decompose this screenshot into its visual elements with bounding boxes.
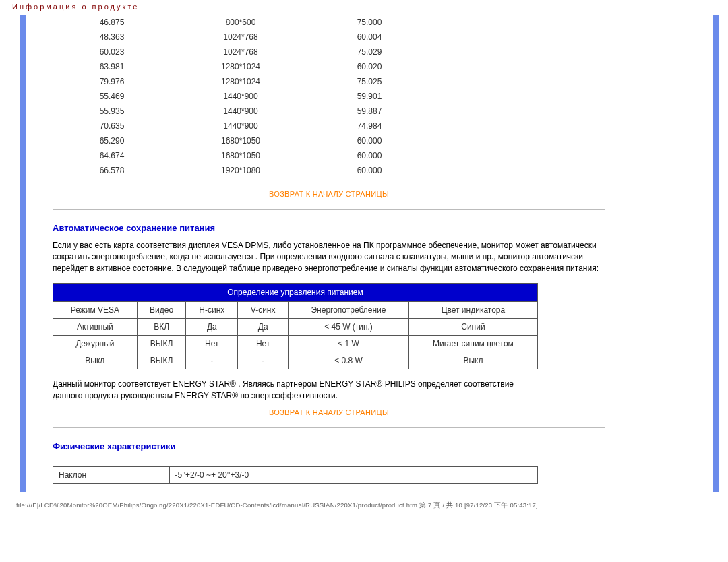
table-row: Наклон-5°+2/-0 ~+ 20°+3/-0 [53,466,538,483]
physical-specs-table: Наклон-5°+2/-0 ~+ 20°+3/-0 [53,466,538,484]
table-row: 66.5781920*108060.000 [62,163,419,178]
table-row: 46.875800*60075.000 [62,15,419,30]
table-header-cell: Видео [137,302,186,319]
table-header-cell: V-синх [238,302,289,319]
table-row: 60.0231024*76875.029 [62,44,419,59]
section-power-saving-title: Автоматическое сохранение питания [53,222,605,240]
pm-table-title: Определение управления питанием [53,284,538,302]
table-row: 70.6351440*90074.984 [62,119,419,133]
table-header-cell: Н-синх [186,302,238,319]
power-management-table: Определение управления питанием Режим VE… [53,283,538,369]
table-row: 48.3631024*76860.004 [62,30,419,44]
table-row: АктивныйВКЛДаДа< 45 W (тип.)Синий [53,319,538,336]
power-saving-text: Если у вас есть карта соответствия диспл… [53,240,605,274]
table-row: 79.9761280*102475.025 [62,74,419,89]
return-to-top-link[interactable]: ВОЗВРАТ К НАЧАЛУ СТРАНИЦЫ [269,190,389,198]
table-row: 55.4691440*90059.901 [62,89,419,104]
table-header-cell: Цвет индикатора [408,302,537,319]
footer-path: file:///E|/LCD%20Monitor%20OEM/Philips/O… [0,500,728,511]
table-row: ВыклВЫКЛ--< 0.8 WВыкл [53,352,538,369]
table-row: 64.6741680*105060.000 [62,148,419,163]
left-margin-bar [20,15,26,492]
return-to-top-link[interactable]: ВОЗВРАТ К НАЧАЛУ СТРАНИЦЫ [269,408,389,416]
table-header-cell: Энергопотребление [289,302,409,319]
table-row: ДежурныйВЫКЛНетНет< 1 WМигает синим цвет… [53,336,538,352]
divider [53,427,605,428]
right-margin-bar [713,15,719,492]
table-row: 55.9351440*90059.887 [62,104,419,119]
table-row: 63.9811280*102460.020 [62,59,419,74]
resolution-modes-table: 46.875800*60075.00048.3631024*76860.0046… [62,15,419,178]
divider [53,209,605,210]
table-row: 65.2901680*105060.000 [62,133,419,148]
table-header-cell: Режим VESA [53,302,138,319]
section-physical-title: Физические характеристики [53,440,605,458]
energy-star-note: Данный монитор соответствует ENERGY STAR… [53,379,524,402]
page-title: Информация о продукте [0,0,728,15]
